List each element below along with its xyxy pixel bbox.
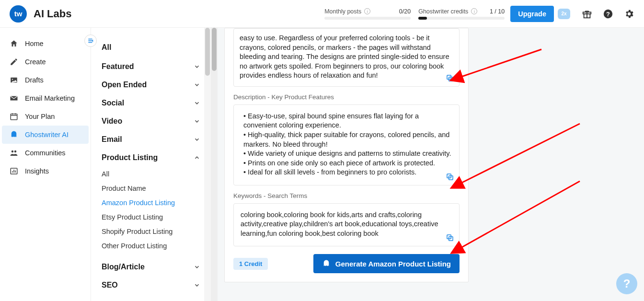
chevron-down-icon: [194, 100, 200, 106]
nav-label: Insights: [25, 167, 49, 175]
nav-label: Communities: [25, 149, 66, 157]
svg-line-18: [460, 181, 580, 248]
header: tw AI Labs Monthly posts i 0/20 Ghostwri…: [0, 0, 644, 28]
nav-item-insights[interactable]: Insights: [0, 162, 91, 180]
copy-icon[interactable]: [446, 233, 454, 242]
description-text: easy to use. Regardless of your preferre…: [240, 29, 453, 81]
stat-ghostwriter-credits: Ghostwriter credits i 1 / 10: [418, 8, 505, 20]
svg-text:?: ?: [606, 10, 610, 17]
header-stats: Monthly posts i 0/20 Ghostwriter credits…: [324, 8, 505, 20]
help-bubble-button[interactable]: ?: [616, 273, 637, 294]
keywords-text: coloring book,coloring book for kids,art…: [241, 210, 452, 239]
help-icon[interactable]: ?: [603, 9, 613, 19]
copy-icon[interactable]: [446, 173, 454, 181]
chevron-down-icon: [194, 264, 200, 270]
sub-item-all[interactable]: All: [102, 167, 200, 181]
category-video[interactable]: Video: [102, 112, 200, 130]
sub-item-etsy-product-listing[interactable]: Etsy Product Listing: [102, 210, 200, 224]
nav-label: Email Marketing: [25, 94, 75, 102]
category-blog-article[interactable]: Blog/Article: [102, 258, 200, 276]
sub-item-product-name[interactable]: Product Name: [102, 181, 200, 196]
nav-label: Home: [25, 40, 44, 47]
home-icon: [10, 39, 18, 48]
category-email[interactable]: Email: [102, 130, 200, 149]
chevron-down-icon: [194, 118, 200, 125]
category-product-listing[interactable]: Product Listing: [102, 149, 200, 167]
chart-icon: [10, 167, 18, 175]
secondary-sidebar: All Featured Open Ended Social Video Ema…: [91, 28, 211, 301]
svg-point-5: [12, 79, 13, 80]
primary-sidebar: Home Create Drafts Email Marketing Your …: [0, 28, 91, 301]
svg-rect-6: [11, 114, 17, 120]
gift-icon[interactable]: [582, 9, 592, 19]
copy-icon[interactable]: [446, 74, 454, 82]
nav-item-email-marketing[interactable]: Email Marketing: [0, 89, 91, 107]
svg-point-8: [14, 150, 17, 153]
envelope-icon: [10, 94, 18, 103]
progress-bar: [418, 17, 505, 20]
category-featured[interactable]: Featured: [102, 58, 200, 76]
form-panel: easy to use. Regardless of your preferre…: [224, 28, 469, 282]
credit-badge: 1 Credit: [233, 258, 268, 270]
nav-item-home[interactable]: Home: [0, 35, 91, 53]
chevron-down-icon: [194, 282, 200, 289]
app-title: AI Labs: [34, 8, 71, 20]
svg-point-7: [12, 150, 14, 153]
chevron-up-icon: [194, 154, 200, 161]
form-footer: 1 Credit Generate Amazon Product Listing: [233, 254, 460, 273]
calendar-icon: [10, 112, 18, 121]
keywords-section-label: Keywords - Search Terms: [233, 192, 460, 199]
stat-value: 1 / 10: [490, 8, 505, 15]
sub-item-other-product-listing[interactable]: Other Product Listing: [102, 239, 200, 253]
nav-item-drafts[interactable]: Drafts: [0, 71, 91, 89]
description-card: easy to use. Regardless of your preferre…: [233, 28, 460, 87]
generate-button[interactable]: Generate Amazon Product Listing: [313, 254, 460, 273]
nav-label: Create: [25, 58, 46, 66]
chevron-down-icon: [194, 81, 200, 88]
progress-bar: [324, 17, 411, 20]
logo-badge: tw: [10, 5, 27, 23]
svg-line-16: [460, 49, 541, 77]
stat-label: Ghostwriter credits: [418, 8, 468, 15]
main-content: easy to use. Regardless of your preferre…: [211, 28, 644, 301]
gear-icon[interactable]: [624, 9, 634, 19]
stat-value: 0/20: [399, 8, 411, 15]
category-open-ended[interactable]: Open Ended: [102, 76, 200, 94]
nav-item-communities[interactable]: Communities: [0, 144, 91, 162]
pencil-icon: [10, 58, 18, 66]
nav-label: Ghostwriter AI: [25, 131, 69, 139]
ghost-icon: [322, 259, 331, 268]
nav-label: Your Plan: [25, 113, 55, 120]
ghost-icon: [10, 130, 18, 139]
nav-label: Drafts: [25, 76, 44, 84]
info-icon[interactable]: i: [364, 8, 370, 14]
people-icon: [10, 149, 18, 157]
logo[interactable]: tw AI Labs: [10, 5, 71, 23]
nav-item-ghostwriter-ai[interactable]: Ghostwriter AI: [2, 126, 89, 144]
sub-item-amazon-product-listing[interactable]: Amazon Product Listing: [102, 196, 200, 210]
heart-badge[interactable]: 2x: [558, 9, 570, 19]
nav-item-your-plan[interactable]: Your Plan: [0, 107, 91, 126]
stat-label: Monthly posts: [324, 8, 361, 15]
features-card: • Easy-to-use, spiral bound spine ensure…: [233, 104, 460, 185]
chevron-down-icon: [194, 136, 200, 143]
features-section-label: Description - Key Product Features: [233, 93, 460, 101]
stat-monthly-posts: Monthly posts i 0/20: [324, 8, 411, 20]
scrollbar[interactable]: [204, 28, 211, 301]
scrollbar[interactable]: [211, 28, 218, 301]
features-text: • Easy-to-use, spiral bound spine ensure…: [241, 112, 452, 177]
category-seo[interactable]: SEO: [102, 276, 200, 294]
svg-line-17: [460, 124, 580, 184]
collapse-sidebar-button[interactable]: [84, 35, 97, 47]
upgrade-button[interactable]: Upgrade: [510, 6, 554, 22]
keywords-card: coloring book,coloring book for kids,art…: [233, 203, 460, 247]
category-all[interactable]: All: [102, 41, 200, 58]
chevron-down-icon: [194, 63, 200, 70]
nav-item-create[interactable]: Create: [0, 53, 91, 71]
generate-label: Generate Amazon Product Listing: [335, 260, 451, 268]
info-icon[interactable]: i: [471, 8, 477, 14]
sub-item-shopify-product-listing[interactable]: Shopify Product Listing: [102, 224, 200, 239]
category-social[interactable]: Social: [102, 94, 200, 112]
image-icon: [10, 76, 18, 84]
